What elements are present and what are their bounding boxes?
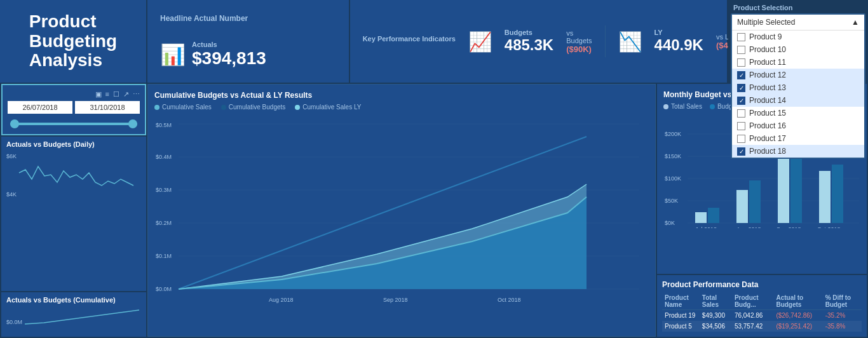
headline-panel: Headline Actual Number 📊 Actuals $394,81…: [147, 0, 349, 83]
app-title: Product Budgeting Analysis: [29, 12, 117, 71]
actuals-cumulative-panel: Actuals vs Budgets (Cumulative) $0.0M: [1, 292, 146, 337]
ly-label: LY: [654, 29, 703, 36]
svg-text:$200K: $200K: [665, 131, 681, 137]
kpi-panel: Key Performance Indicators 📈 Budgets 485…: [350, 0, 727, 83]
col-actual-to-budgets: Actual to Budgets: [773, 293, 822, 310]
svg-text:$0.4M: $0.4M: [156, 154, 172, 160]
kpi-section-label: Key Performance Indicators: [363, 35, 456, 43]
col-pct-diff: % Diff to Budget: [823, 293, 862, 310]
slider-handle-right[interactable]: [128, 119, 137, 128]
list-item[interactable]: Product 17: [732, 132, 864, 145]
left-sidebar: ▣ ≡ ☐ ↗ ⋯ 26/07/2018 31/10/2018: [1, 84, 146, 337]
actuals-cumulative-title: Actuals vs Budgets (Cumulative): [6, 296, 141, 304]
list-item[interactable]: Product 9: [732, 30, 864, 43]
checkbox[interactable]: ✓: [737, 71, 745, 79]
filter-icon5: ⋯: [133, 90, 140, 98]
svg-text:$0.0M: $0.0M: [156, 286, 172, 292]
list-item[interactable]: ✓ Product 13: [732, 81, 864, 94]
legend-item-budgets: Cumulative Budgets: [221, 104, 286, 111]
cumulative-ymin: $0.0M: [6, 319, 22, 325]
filter-icon4: ↗: [123, 90, 129, 98]
checkbox[interactable]: ✓: [737, 84, 745, 92]
svg-text:Sep 2018: Sep 2018: [776, 226, 801, 228]
legend-item-ly: Cumulative Sales LY: [295, 104, 361, 111]
checkbox[interactable]: [737, 58, 745, 67]
budgets-label: Budgets: [505, 29, 553, 36]
list-item[interactable]: Product 11: [732, 56, 864, 69]
svg-rect-36: [819, 171, 831, 223]
list-item[interactable]: Product 10: [732, 43, 864, 56]
cumulative-chart-title: Cumulative Budgets vs Actual & LY Result…: [154, 91, 649, 100]
svg-text:$0.5M: $0.5M: [156, 122, 172, 128]
date-filter-panel: ▣ ≡ ☐ ↗ ⋯ 26/07/2018 31/10/2018: [1, 84, 146, 135]
checkbox[interactable]: [737, 33, 745, 41]
ly-value: 440.9K: [654, 36, 703, 54]
checkbox[interactable]: [737, 109, 745, 118]
product-list[interactable]: Product 9 Product 10 Product 11 ✓: [732, 30, 864, 158]
chart-legend: Cumulative Sales Cumulative Budgets Cumu…: [154, 104, 649, 111]
svg-text:$0.1M: $0.1M: [156, 253, 172, 259]
actuals-cumulative-chart: [25, 306, 141, 325]
budgets-value: 485.3K: [505, 36, 553, 54]
vs-budgets-label: vs Budgets: [566, 29, 592, 44]
actuals-value: $394,813: [192, 48, 266, 69]
col-product-budget: Product Budg...: [732, 293, 774, 310]
checkbox[interactable]: [737, 122, 745, 130]
svg-text:$0K: $0K: [665, 220, 675, 226]
svg-text:$50K: $50K: [665, 198, 678, 204]
cumulative-chart-panel: Cumulative Budgets vs Actual & LY Result…: [147, 84, 656, 337]
product-selection-panel: Product Selection Multiple Selected ▲ Pr…: [728, 0, 868, 83]
actuals-label: Actuals: [192, 41, 266, 48]
svg-rect-30: [695, 212, 707, 223]
svg-rect-31: [708, 208, 719, 223]
end-date-input[interactable]: 31/10/2018: [75, 101, 140, 114]
checkbox[interactable]: [737, 46, 745, 54]
vs-budgets-diff: ($90K): [566, 44, 592, 54]
svg-rect-37: [832, 165, 843, 223]
cumulative-chart-svg: $0.0M $0.1M $0.2M $0.3M $0.4M $0.5M: [154, 114, 649, 292]
svg-text:Aug 2018: Aug 2018: [736, 226, 761, 228]
ly-icon: 📉: [618, 30, 642, 53]
table-row: Product 5 $34,506 53,757.42 ($19,251.42)…: [662, 321, 862, 332]
headline-label: Headline Actual Number: [160, 14, 336, 23]
svg-text:$4K: $4K: [6, 191, 17, 198]
svg-text:Aug 2018: Aug 2018: [269, 297, 294, 303]
checkbox[interactable]: [737, 135, 745, 143]
svg-text:$0.3M: $0.3M: [156, 187, 172, 193]
svg-text:$0.2M: $0.2M: [156, 220, 172, 226]
slider-handle-left[interactable]: [10, 119, 19, 128]
svg-text:$150K: $150K: [665, 153, 681, 159]
list-item[interactable]: Product 16: [732, 119, 864, 132]
svg-text:$6K: $6K: [6, 153, 17, 159]
checkbox[interactable]: ✓: [737, 147, 745, 156]
list-item[interactable]: ✓ Product 14: [732, 94, 864, 107]
budgets-icon: 📈: [468, 30, 492, 53]
filter-icon2: ≡: [105, 90, 109, 98]
product-selection-title: Product Selection: [731, 3, 865, 13]
svg-text:Oct 2018: Oct 2018: [817, 226, 841, 228]
list-item[interactable]: ✓ Product 12: [732, 69, 864, 81]
chevron-up-icon: ▲: [851, 18, 859, 27]
list-item[interactable]: ✓ Product 18: [732, 145, 864, 158]
title-panel: Product Budgeting Analysis: [0, 0, 146, 83]
legend-item-sales: Cumulative Sales: [154, 104, 212, 111]
product-dropdown[interactable]: Multiple Selected ▲ Product 9 Product 10: [731, 13, 865, 159]
svg-text:Oct 2018: Oct 2018: [498, 297, 521, 303]
product-data-panel: Product Performance Data Product Name To…: [657, 275, 867, 337]
svg-rect-32: [736, 190, 748, 223]
start-date-input[interactable]: 26/07/2018: [8, 101, 72, 114]
filter-icon1: ▣: [95, 90, 102, 98]
filter-icon3: ☐: [113, 90, 119, 98]
svg-text:$100K: $100K: [665, 175, 681, 182]
actuals-daily-panel: Actuals vs Budgets (Daily) $6K $4K: [1, 137, 146, 291]
actuals-icon: 📊: [160, 43, 186, 67]
col-total-sales: Total Sales: [700, 293, 732, 310]
actuals-daily-chart: $6K $4K: [6, 151, 140, 201]
list-item[interactable]: Product 15: [732, 107, 864, 119]
col-product-name: Product Name: [662, 293, 700, 310]
dropdown-header[interactable]: Multiple Selected ▲: [732, 15, 864, 30]
actuals-daily-title: Actuals vs Budgets (Daily): [6, 140, 141, 148]
product-data-table: Product Name Total Sales Product Budg...…: [662, 293, 862, 332]
checkbox[interactable]: ✓: [737, 97, 745, 105]
dropdown-label: Multiple Selected: [737, 18, 795, 27]
